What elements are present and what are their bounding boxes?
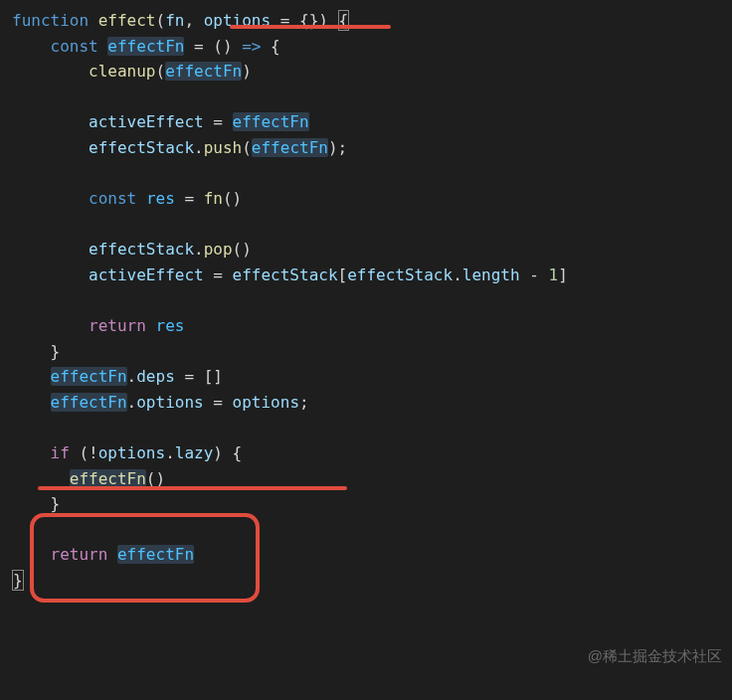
code-line-blank-1 — [12, 85, 720, 110]
code-line-blank-3 — [12, 212, 720, 238]
code-line-3: cleanup(effectFn) — [12, 59, 720, 85]
code-line-blank-5 — [12, 416, 720, 441]
code-line-blank-2 — [12, 161, 720, 187]
code-line-13: if (!options.lazy) { — [12, 440, 720, 466]
annotation-underline-1 — [230, 25, 391, 29]
code-line-10: } — [12, 339, 720, 365]
watermark: @稀土掘金技术社区 — [588, 644, 722, 668]
code-editor[interactable]: function effect(fn, options = {}) { cons… — [12, 8, 720, 594]
code-line-5: effectStack.push(effectFn); — [12, 135, 720, 161]
code-line-9: return res — [12, 313, 720, 339]
annotation-underline-2 — [38, 486, 347, 490]
code-line-8: activeEffect = effectStack[effectStack.l… — [12, 262, 720, 288]
code-line-blank-4 — [12, 288, 720, 314]
code-line-4: activeEffect = effectFn — [12, 109, 720, 135]
code-line-2: const effectFn = () => { — [12, 34, 720, 60]
code-line-6: const res = fn() — [12, 186, 720, 212]
code-line-12: effectFn.options = options; — [12, 390, 720, 416]
annotation-redbox — [30, 513, 260, 603]
code-line-7: effectStack.pop() — [12, 237, 720, 262]
code-line-1: function effect(fn, options = {}) { — [12, 8, 720, 34]
code-line-11: effectFn.deps = [] — [12, 364, 720, 390]
